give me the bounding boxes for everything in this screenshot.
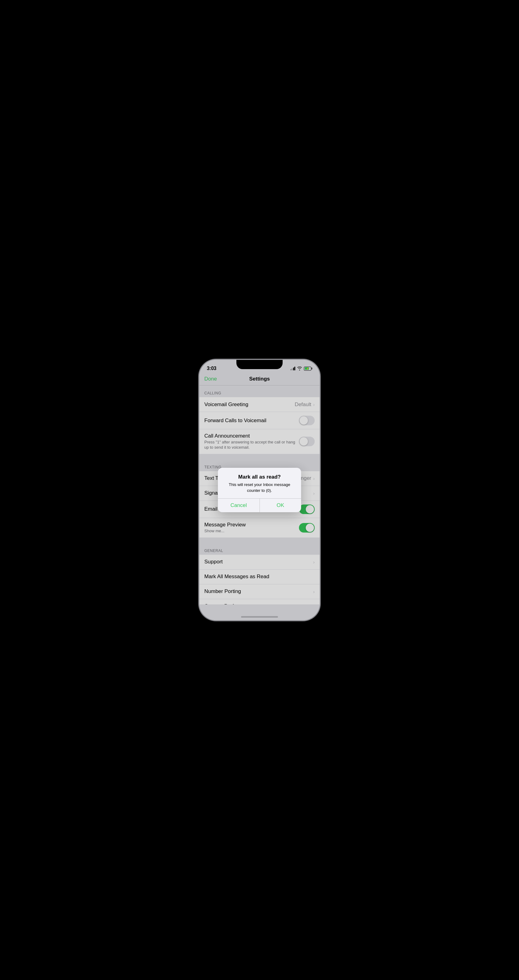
- phone-frame: 3:03 ⚡: [199, 360, 320, 620]
- dialog-ok-button[interactable]: OK: [260, 499, 302, 512]
- dialog-overlay: Mark all as read? This will reset your I…: [199, 360, 320, 620]
- dialog-cancel-button[interactable]: Cancel: [218, 499, 260, 512]
- dialog: Mark all as read? This will reset your I…: [218, 468, 301, 512]
- dialog-title: Mark all as read?: [223, 474, 296, 480]
- dialog-content: Mark all as read? This will reset your I…: [218, 468, 301, 498]
- dialog-buttons: Cancel OK: [218, 498, 301, 512]
- screen: 3:03 ⚡: [199, 360, 320, 620]
- dialog-message: This will reset your Inbox message count…: [223, 482, 296, 493]
